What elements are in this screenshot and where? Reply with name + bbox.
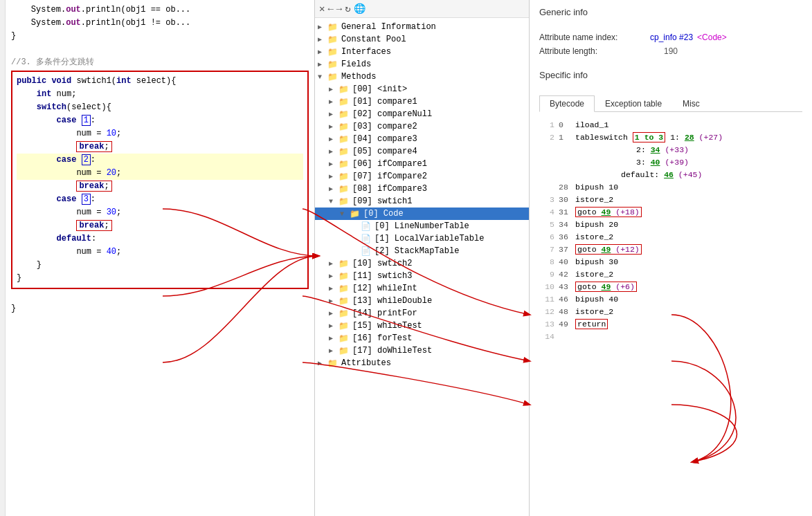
tree-item-general[interactable]: ▶📁General Information — [315, 21, 529, 33]
tree-item-m09c0[interactable]: ▼📁[0] Code — [315, 208, 529, 220]
tree-label-m06: [06] ifCompare1 — [352, 159, 427, 169]
code-line: num = 20; — [17, 167, 303, 180]
folder-icon-m08: 📁 — [339, 184, 350, 194]
tree-item-m07[interactable]: ▶📁[07] ifCompare2 — [315, 170, 529, 183]
tree-arrow-interfaces: ▶ — [318, 48, 327, 56]
tree-item-constpool[interactable]: ▶📁Constant Pool — [315, 33, 529, 46]
folder-icon-m15: 📁 — [339, 321, 350, 331]
tree-arrow-m16: ▶ — [329, 334, 339, 342]
bc-row-13: 13 49 return — [539, 318, 802, 331]
tree-item-m03[interactable]: ▶📁[03] compare2 — [315, 120, 529, 133]
tree-label-m13: [13] whileDouble — [352, 296, 432, 306]
folder-icon-m16: 📁 — [339, 333, 350, 343]
tree-label-m07: [07] ifCompare2 — [352, 172, 427, 181]
code-line — [11, 289, 309, 302]
tree-item-m01[interactable]: ▶📁[01] compare1 — [315, 95, 529, 108]
tree-item-m09c0t0[interactable]: 📄[0] LineNumberTable — [315, 220, 529, 232]
bc-row-3: 3 30 istore_2 — [539, 194, 802, 206]
refresh-icon[interactable]: ↻ — [345, 3, 350, 15]
tree-arrow-m17: ▶ — [329, 347, 339, 355]
folder-icon-m12: 📁 — [339, 284, 350, 293]
code-line: num = 10; — [17, 127, 303, 140]
tree-item-fields[interactable]: ▶📁Fields — [315, 58, 529, 71]
tree-item-m09[interactable]: ▼📁[09] swtich1 — [315, 195, 529, 208]
attr-name-tag: <Code> — [697, 33, 727, 42]
section-comment: //3. 多条件分支跳转 — [11, 56, 309, 69]
folder-icon-m17: 📁 — [339, 346, 350, 356]
tree-item-m10[interactable]: ▶📁[10] swtich2 — [315, 257, 529, 270]
tree-label-constpool: Constant Pool — [341, 35, 406, 44]
close-icon[interactable]: ✕ — [319, 3, 325, 15]
tree-body[interactable]: ▶📁General Information▶📁Constant Pool▶📁In… — [315, 18, 529, 516]
tree-item-methods[interactable]: ▼📁Methods — [315, 71, 529, 83]
bc-row-7: 7 37 goto 49 (+12) — [539, 243, 802, 256]
code-content: System.out.println(obj1 == ob... System.… — [6, 0, 314, 516]
folder-icon-methods: 📁 — [327, 72, 339, 82]
code-line: num = 40; — [17, 246, 303, 259]
tree-item-m04[interactable]: ▶📁[04] compare3 — [315, 133, 529, 145]
code-line: System.out.println(obj1 == ob... — [11, 3, 309, 17]
attr-len-val: 190 — [664, 46, 678, 56]
tree-arrow-m07: ▶ — [329, 172, 339, 181]
tree-item-m02[interactable]: ▶📁[02] compareNull — [315, 108, 529, 120]
tree-label-m01: [01] compare1 — [352, 97, 417, 107]
tree-item-m16[interactable]: ▶📁[16] forTest — [315, 332, 529, 344]
code-line: break; — [17, 140, 303, 154]
tree-item-m12[interactable]: ▶📁[12] whileInt — [315, 282, 529, 295]
tree-toolbar: ✕ ← → ↻ 🌐 — [315, 0, 529, 18]
attr-len-label: Attribute length: — [539, 46, 650, 56]
code-line: } — [11, 302, 309, 315]
code-line: } — [17, 259, 303, 272]
tree-arrow-m03: ▶ — [329, 122, 339, 131]
tree-label-m09c0t2: [2] StackMapTable — [375, 246, 459, 256]
tree-label-fields: Fields — [341, 59, 371, 69]
tree-label-m00: [00] <init> — [352, 84, 407, 94]
bc-row-11: 11 46 bipush 40 — [539, 293, 802, 306]
bc-row-10: 10 43 goto 49 (+6) — [539, 281, 802, 293]
folder-icon-constpool: 📁 — [327, 35, 339, 44]
tab-bytecode[interactable]: Bytecode — [539, 95, 595, 112]
tree-item-interfaces[interactable]: ▶📁Interfaces — [315, 46, 529, 58]
tree-label-m09c0t1: [1] LocalVariableTable — [375, 234, 484, 243]
tree-item-m13[interactable]: ▶📁[13] whileDouble — [315, 295, 529, 307]
tree-item-attrs[interactable]: ▶📁Attributes — [315, 357, 529, 369]
forward-icon[interactable]: → — [336, 3, 342, 15]
tree-item-m09c0t1[interactable]: 📄[1] LocalVariableTable — [315, 232, 529, 245]
tree-item-m05[interactable]: ▶📁[05] compare4 — [315, 145, 529, 158]
bc-row-1: 1 0 iload_1 — [539, 119, 802, 131]
switch-range-box: 1 to 3 — [633, 132, 665, 142]
file-icon-m09c0t2: 📄 — [361, 246, 372, 256]
tree-item-m11[interactable]: ▶📁[11] swtich3 — [315, 270, 529, 282]
tree-item-m09c0t2[interactable]: 📄[2] StackMapTable — [315, 245, 529, 257]
specific-info-title: Specific info — [539, 70, 802, 80]
attr-name-link[interactable]: cp_info #23 — [650, 33, 693, 42]
tree-arrow-m06: ▶ — [329, 160, 339, 168]
bc-row-2: 2 1 tableswitch 1 to 3 1: 28 (+27) — [539, 131, 802, 144]
tab-exception-table[interactable]: Exception table — [595, 95, 672, 111]
tree-label-general: General Information — [341, 22, 436, 32]
folder-icon-m14: 📁 — [339, 308, 350, 318]
folder-icon-m00: 📁 — [339, 84, 350, 94]
code-gutter — [0, 0, 6, 516]
tree-item-m14[interactable]: ▶📁[14] printFor — [315, 307, 529, 320]
bytecode-table: 1 0 iload_1 2 1 tableswitch 1 to 3 1: 28… — [539, 119, 802, 343]
tree-item-m15[interactable]: ▶📁[15] whileTest — [315, 320, 529, 332]
code-line: } — [11, 30, 309, 43]
code-line: break; — [17, 219, 303, 232]
code-block: public void swtich1(int select){ int num… — [11, 71, 309, 289]
tree-label-m11: [11] swtich3 — [352, 271, 412, 281]
tab-misc[interactable]: Misc — [672, 95, 710, 111]
tree-item-m17[interactable]: ▶📁[17] doWhileTest — [315, 344, 529, 357]
folder-icon-m01: 📁 — [339, 97, 350, 107]
tree-arrow-m11: ▶ — [329, 272, 339, 280]
tree-arrow-m09: ▼ — [329, 198, 339, 205]
bc-row-9: 9 42 istore_2 — [539, 268, 802, 281]
back-icon[interactable]: ← — [327, 3, 333, 15]
folder-icon-m07: 📁 — [339, 172, 350, 181]
code-line: } — [17, 272, 303, 285]
tree-item-m08[interactable]: ▶📁[08] ifCompare3 — [315, 183, 529, 195]
tree-item-m00[interactable]: ▶📁[00] <init> — [315, 83, 529, 95]
folder-icon-fields: 📁 — [327, 59, 339, 69]
code-editor: System.out.println(obj1 == ob... System.… — [0, 0, 315, 516]
tree-item-m06[interactable]: ▶📁[06] ifCompare1 — [315, 158, 529, 170]
